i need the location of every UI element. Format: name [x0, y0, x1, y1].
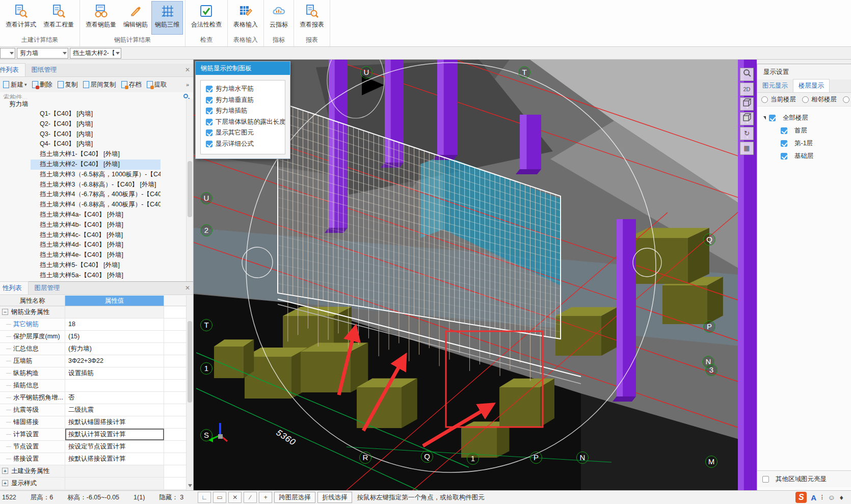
list-item[interactable]: 挡土墙大样4（-6.8标高，400板厚）-【C40】 [外墙] — [31, 200, 161, 210]
status-button-跨图层选择[interactable]: 跨图层选择 — [274, 492, 315, 503]
ribbon-button-云指标[interactable]: 云指标 — [266, 1, 291, 35]
grid-table-icon[interactable]: ▦ — [740, 142, 754, 155]
list-item[interactable]: 挡土墙大样4e-【C40】 [外墙] — [31, 250, 161, 260]
ribbon-button-表格输入[interactable]: 表格输入 — [230, 1, 261, 35]
checkbox-剪力墙垂直筋[interactable] — [206, 97, 212, 103]
checkbox-剪力墙插筋[interactable] — [206, 108, 212, 114]
cube-icon[interactable]: ▼ — [740, 112, 754, 125]
ribbon-button-编辑钢筋[interactable]: 编辑钢筋 — [120, 1, 151, 35]
list-item[interactable]: Q1-【C40】 [内墙] — [31, 109, 161, 119]
floor-tree-root[interactable]: 全部楼层 — [762, 112, 851, 124]
checkbox-other-region-highlight[interactable] — [762, 476, 769, 483]
snap-tool-icon-0[interactable]: ∟ — [198, 492, 211, 503]
expand-toggle-icon[interactable]: + — [2, 468, 8, 474]
snap-tool-icon-4[interactable]: + — [259, 492, 272, 503]
property-row[interactable]: 锚固搭接按默认锚固搭接计算 — [0, 416, 186, 429]
list-item[interactable]: 挡土墙大样5-【C40】 [外墙] — [31, 260, 161, 271]
property-row[interactable]: 节点设置按设定节点设置计算 — [0, 441, 186, 453]
expand-toggle-icon[interactable]: + — [2, 480, 8, 486]
list-item[interactable]: 挡土墙大样2-【C40】 [外墙] — [31, 160, 161, 170]
radio-current-floor[interactable] — [761, 96, 768, 103]
tab-element-display[interactable]: 图元显示 — [757, 79, 793, 92]
ribbon-button-查看工程量[interactable]: 查看工程量 — [40, 1, 77, 35]
2d-view-icon[interactable]: 2D — [740, 83, 754, 96]
checkbox-显示详细公式[interactable] — [206, 141, 212, 147]
property-row[interactable]: 其它钢筋18 — [0, 319, 186, 331]
property-row[interactable]: 汇总信息(剪力墙) — [0, 343, 186, 355]
scroll-down-icon[interactable] — [188, 484, 192, 489]
checkbox-第-1层[interactable] — [781, 140, 787, 147]
toolbar-overflow-button[interactable]: » — [186, 82, 189, 88]
property-row[interactable]: 水平钢筋拐角增...否 — [0, 392, 186, 404]
property-row[interactable]: 保护层厚度(mm)(15) — [0, 331, 186, 343]
list-item[interactable]: 挡土墙大样3（-6.8标高）-【C40】 [外墙] — [31, 180, 161, 190]
snap-tool-icon-1[interactable]: ▭ — [213, 492, 226, 503]
list-group-shearwall[interactable]: 剪力墙 — [0, 99, 186, 109]
snap-tool-icon-3[interactable]: ∕ — [244, 492, 257, 503]
cube-corner-icon[interactable]: ▼ — [740, 97, 754, 111]
search-icon[interactable] — [183, 94, 188, 98]
ribbon-button-查看钢筋量[interactable]: 查看钢筋量 — [82, 1, 120, 35]
floor-tree-item[interactable]: 首层 — [762, 124, 851, 137]
radio-cut-off[interactable] — [843, 96, 849, 103]
floor-tree-item[interactable]: 第-1层 — [762, 137, 851, 150]
radio-adjacent-floor[interactable] — [802, 96, 809, 103]
ime-icon-0[interactable]: ⁝ — [821, 493, 823, 501]
toolbar-button-提取[interactable]: 提取 — [147, 81, 167, 89]
property-row[interactable]: 纵筋构造设置插筋 — [0, 367, 186, 380]
checkbox-all-floors[interactable] — [769, 115, 776, 121]
list-item[interactable]: Q3-【C40】 [内墙] — [31, 129, 161, 140]
floor-tree-item[interactable]: 基础层 — [762, 150, 851, 163]
expand-toggle-icon[interactable]: − — [2, 309, 8, 315]
tab-property-list[interactable]: 性列表 — [0, 281, 29, 295]
toolbar-button-复制[interactable]: 复制 — [58, 81, 78, 89]
property-row[interactable]: +土建业务属性 — [0, 465, 186, 478]
property-row[interactable]: 抗震等级二级抗震 — [0, 404, 186, 416]
list-item[interactable]: 挡土墙大样4b-【C40】 [外墙] — [31, 220, 161, 230]
close-icon[interactable]: ✕ — [185, 284, 190, 291]
list-item[interactable]: 挡土墙大样4a-【C40】 [外墙] — [31, 210, 161, 220]
property-row[interactable]: 搭接设置按默认搭接设置计算 — [0, 453, 186, 465]
property-table-scrollbar[interactable] — [186, 296, 193, 490]
ime-logo[interactable]: S — [795, 492, 807, 503]
checkbox-剪力墙水平筋[interactable] — [206, 86, 212, 92]
checkbox-显示其它图元[interactable] — [206, 129, 212, 136]
ribbon-button-钢筋三维[interactable]: 钢筋三维 — [151, 1, 183, 35]
category-combo[interactable] — [0, 48, 15, 59]
ribbon-button-合法性检查[interactable]: 合法性检查 — [188, 1, 225, 35]
property-row[interactable]: 计算设置按默认计算设置计算 — [0, 429, 186, 441]
close-icon[interactable]: ✕ — [185, 66, 190, 73]
ime-mode-letter[interactable]: A — [811, 493, 816, 502]
ime-icon-1[interactable]: ☺ — [828, 493, 835, 501]
toolbar-button-层间复制[interactable]: 层间复制 — [83, 81, 116, 89]
ribbon-button-查看报表[interactable]: 查看报表 — [296, 1, 328, 35]
tab-floor-display[interactable]: 楼层显示 — [793, 79, 830, 92]
list-item[interactable]: Q2-【C40】 [内墙] — [31, 119, 161, 129]
property-row[interactable]: +显示样式 — [0, 478, 186, 490]
list-item[interactable]: 挡土墙大样3（-6.5标高，1000板厚）-【C40】 [外墙] — [31, 170, 161, 180]
checkbox-基础层[interactable] — [781, 153, 787, 160]
tab-component-list[interactable]: 件列表 — [0, 63, 25, 76]
toolbar-button-存档[interactable]: 存档 — [121, 81, 142, 89]
checkbox-首层[interactable] — [781, 127, 787, 134]
list-item[interactable]: Q4-【C40】 [内墙] — [31, 139, 161, 149]
checkbox-下层墙体纵筋的露出长度[interactable] — [206, 119, 212, 125]
toolbar-button-删除[interactable]: 删除 — [32, 81, 52, 89]
list-item[interactable]: 挡土墙大样5a-【C40】 [外墙] — [31, 271, 161, 281]
property-row[interactable]: −钢筋业务属性 — [0, 306, 186, 319]
ime-icon-2[interactable]: ♦ — [840, 493, 843, 501]
tab-layer-management[interactable]: 图层管理 — [29, 282, 66, 295]
list-item[interactable]: 挡土墙大样4（-6.7标高，400板厚）-【C40】 [外墙] — [31, 190, 161, 200]
tab-drawing-management[interactable]: 图纸管理 — [25, 64, 63, 76]
list-item[interactable]: 挡土墙大样4c-【C40】 [外墙] — [31, 230, 161, 241]
list-item[interactable]: 挡土墙大样1-【C40】 [外墙] — [31, 149, 161, 160]
rotate-icon[interactable]: ↻▼ — [740, 127, 754, 140]
snap-tool-icon-2[interactable]: ✕ — [228, 492, 242, 503]
property-row[interactable]: 插筋信息 — [0, 380, 186, 392]
pan-zoom-icon[interactable] — [740, 68, 754, 81]
tree-expand-icon[interactable] — [763, 116, 766, 120]
list-item[interactable]: 挡土墙大样4d-【C40】 [外墙] — [31, 240, 161, 250]
status-button-折线选择[interactable]: 折线选择 — [317, 492, 352, 503]
ribbon-button-查看计算式[interactable]: 查看计算式 — [2, 1, 40, 35]
toolbar-button-新建[interactable]: 新建▾ — [3, 81, 27, 89]
